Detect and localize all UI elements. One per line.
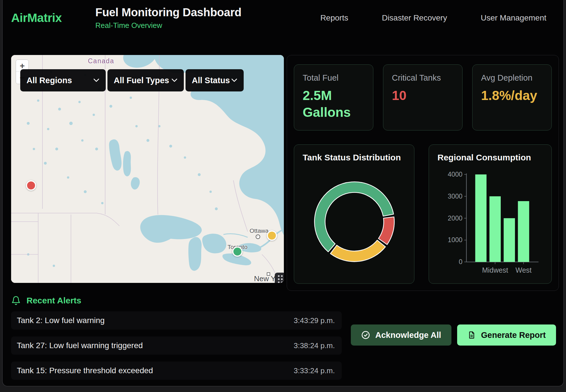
donut-segment-critical — [378, 217, 394, 244]
region-filter-label: All Regions — [27, 76, 72, 85]
chevron-down-icon — [231, 78, 237, 82]
tank-marker-critical[interactable] — [26, 180, 36, 191]
fuel-type-filter-label: All Fuel Types — [114, 76, 169, 85]
stat-card-total-fuel: Total Fuel2.5M Gallons — [294, 64, 373, 130]
chevron-down-icon — [171, 78, 178, 82]
brand-logo: AirMatrix — [11, 11, 62, 25]
file-text-icon — [467, 330, 476, 340]
generate-report-label: Generate Report — [481, 330, 546, 340]
bar-region-1 — [475, 174, 487, 262]
header: AirMatrix Fuel Monitoring Dashboard Real… — [3, 0, 563, 36]
nav-item-reports[interactable]: Reports — [320, 13, 348, 23]
alerts-title: Recent Alerts — [27, 296, 81, 305]
donut-chart-title: Tank Status Distribution — [303, 153, 406, 162]
alert-row: Tank 15: Pressure threshold exceeded3:33… — [11, 362, 342, 380]
bell-icon — [11, 295, 21, 306]
acknowledge-all-button[interactable]: Acknowledge All — [351, 324, 451, 346]
donut-segment-warning — [330, 240, 385, 262]
main-nav: Reports Disaster Recovery User Managemen… — [320, 13, 546, 23]
content-row: CanadaOttawaTorontoNew York + − All Regi… — [3, 36, 563, 291]
alert-time: 3:43:29 p.m. — [294, 316, 335, 325]
bar-west — [518, 201, 529, 262]
fuel-type-filter-dropdown[interactable]: All Fuel Types — [107, 69, 184, 91]
alert-row: Tank 2: Low fuel warning3:43:29 p.m. — [11, 311, 342, 330]
nav-item-user-management[interactable]: User Management — [481, 13, 546, 23]
charts-row: Tank Status Distribution Regional Consum… — [294, 144, 552, 284]
bar-region-3 — [504, 218, 515, 262]
check-circle-icon — [361, 330, 370, 340]
tank-status-donut-chart — [303, 164, 406, 277]
stats-row: Total Fuel2.5M GallonsCritical Tanks10Av… — [294, 64, 552, 130]
alert-message: Tank 15: Pressure threshold exceeded — [17, 366, 153, 375]
bar-midwest — [489, 196, 501, 262]
map-filters: All Regions All Fuel Types All Status — [20, 69, 244, 91]
alert-message: Tank 2: Low fuel warning — [17, 316, 105, 325]
region-filter-dropdown[interactable]: All Regions — [20, 69, 106, 91]
map-panel[interactable]: CanadaOttawaTorontoNew York + − All Regi… — [11, 55, 284, 283]
map-label-ottawa: Ottawa — [250, 227, 269, 234]
alert-time: 3:38:24 p.m. — [294, 341, 335, 350]
title-block: Fuel Monitoring Dashboard Real-Time Over… — [95, 6, 241, 30]
stat-card-avg-depletion: Avg Depletion1.8%/​day — [472, 64, 552, 130]
donut-segment-normal — [314, 182, 393, 252]
stat-card-critical-tanks: Critical Tanks10 — [383, 64, 463, 130]
chevron-down-icon — [93, 78, 99, 82]
axis-tick-label: Midwest — [482, 266, 508, 274]
alert-list: Tank 2: Low fuel warning3:43:29 p.m.Tank… — [11, 311, 342, 380]
stat-value: 10 — [392, 87, 453, 104]
resize-handle[interactable] — [275, 273, 284, 283]
tank-status-card: Tank Status Distribution — [294, 144, 414, 284]
page-subtitle: Real-Time Overview — [95, 21, 241, 30]
axis-tick-label: 0 — [459, 258, 463, 266]
tank-marker-warning[interactable] — [267, 230, 277, 241]
map-label-canada: Canada — [88, 57, 115, 65]
acknowledge-all-label: Acknowledge All — [375, 330, 441, 340]
stat-value: 2.5M Gallons — [303, 87, 364, 121]
alerts-section: Recent Alerts Tank 2: Low fuel warning3:… — [3, 294, 563, 380]
ottawa-city-marker — [256, 234, 260, 239]
alert-time: 3:33:24 p.m. — [294, 366, 335, 375]
alert-message: Tank 27: Low fuel warning triggered — [17, 341, 143, 350]
stat-value: 1.8%/​day — [481, 87, 542, 104]
tank-marker-normal[interactable] — [232, 246, 243, 257]
axis-tick-label: 3000 — [448, 193, 463, 200]
status-filter-dropdown[interactable]: All Status — [186, 69, 244, 91]
nav-item-disaster-recovery[interactable]: Disaster Recovery — [382, 13, 447, 23]
regional-consumption-card: Regional Consumption 01000200030004000Mi… — [429, 144, 552, 284]
alert-row: Tank 27: Low fuel warning triggered3:38:… — [11, 336, 342, 355]
stat-label: Avg Depletion — [481, 73, 543, 83]
page-title: Fuel Monitoring Dashboard — [95, 6, 241, 19]
regional-consumption-bar-chart: 01000200030004000MidwestWest — [437, 162, 543, 281]
status-filter-label: All Status — [192, 76, 230, 85]
generate-report-button[interactable]: Generate Report — [457, 324, 556, 346]
axis-tick-label: 1000 — [448, 236, 463, 244]
stat-label: Critical Tanks — [392, 73, 454, 83]
axis-tick-label: 4000 — [448, 171, 463, 178]
alert-actions: Acknowledge All Generate Report — [351, 324, 556, 346]
axis-tick-label: West — [516, 266, 532, 274]
axis-tick-label: 2000 — [448, 215, 463, 222]
alerts-header: Recent Alerts — [11, 294, 556, 307]
metrics-panel: Total Fuel2.5M GallonsCritical Tanks10Av… — [287, 55, 559, 291]
bar-chart-title: Regional Consumption — [437, 153, 543, 162]
app-window: AirMatrix Fuel Monitoring Dashboard Real… — [2, 0, 564, 386]
stat-label: Total Fuel — [303, 73, 365, 83]
new-york-city-marker — [267, 272, 270, 276]
